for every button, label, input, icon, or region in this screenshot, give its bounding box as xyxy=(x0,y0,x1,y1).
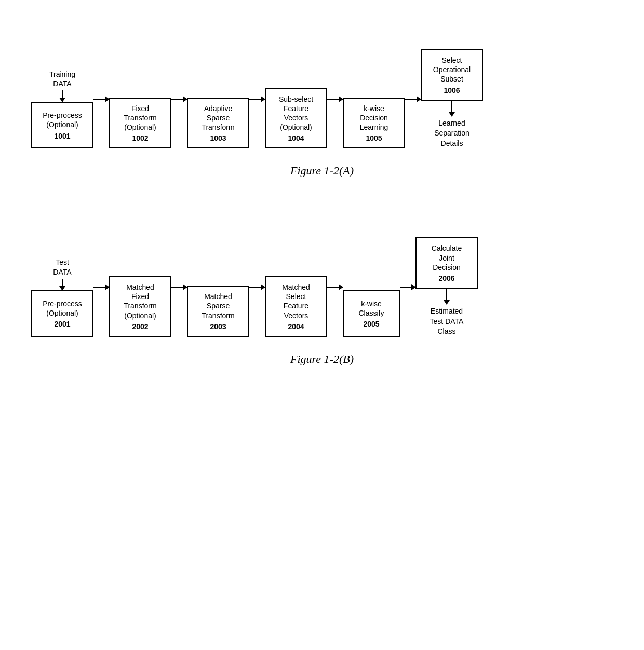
arrow-line-b1 xyxy=(93,287,109,288)
arrow-b4 xyxy=(327,287,343,288)
box-2006: CalculateJointDecision 2006 xyxy=(415,237,478,289)
down-arrow-b-input xyxy=(62,279,63,290)
arrow-b5 xyxy=(400,287,415,288)
arrow-line-a3 xyxy=(249,99,265,100)
box-2004: MatchedSelectFeatureVectors 2004 xyxy=(265,276,327,337)
arrow-a2 xyxy=(171,99,187,100)
box-2005: k-wiseClassify 2005 xyxy=(343,290,400,337)
box-2003: MatchedSparseTransform 2003 xyxy=(187,286,249,337)
page: TrainingDATA Pre-process(Optional) 1001 … xyxy=(0,0,644,650)
input-label-b: TestDATA xyxy=(53,258,71,276)
output-label-b: EstimatedTest DATAClass xyxy=(430,306,464,337)
arrow-line-b3 xyxy=(249,287,265,288)
first-box-wrapper-a: TrainingDATA Pre-process(Optional) 1001 xyxy=(31,70,93,148)
arrow-line-b4 xyxy=(327,287,343,288)
down-arrow-b-output xyxy=(446,289,447,304)
arrow-a1 xyxy=(93,99,109,100)
input-label-a: TrainingDATA xyxy=(49,70,75,88)
arrow-a5 xyxy=(405,99,421,100)
arrow-line-a1 xyxy=(93,99,109,100)
arrow-line-a4 xyxy=(327,99,343,100)
figure-a: TrainingDATA Pre-process(Optional) 1001 … xyxy=(31,21,613,178)
down-arrow-a-input xyxy=(62,90,63,102)
arrow-line-a2 xyxy=(171,99,187,100)
box-1006: SelectOperationalSubset 1006 xyxy=(421,49,483,101)
box-1003: AdaptiveSparseTransform 1003 xyxy=(187,98,249,149)
box-1001: Pre-process(Optional) 1001 xyxy=(31,102,93,148)
arrow-b3 xyxy=(249,287,265,288)
box-1005: k-wiseDecisionLearning 1005 xyxy=(343,98,405,149)
figure-b: TestDATA Pre-process(Optional) 2001 Matc… xyxy=(31,209,613,365)
arrow-b2 xyxy=(171,287,187,288)
caption-b: Figure 1-2(B) xyxy=(31,353,613,366)
last-with-output-b: CalculateJointDecision 2006 EstimatedTes… xyxy=(415,237,478,336)
output-label-a: LearnedSeparationDetails xyxy=(434,118,469,149)
last-with-output-a: SelectOperationalSubset 1006 LearnedSepa… xyxy=(421,49,483,148)
first-box-wrapper-b: TestDATA Pre-process(Optional) 2001 xyxy=(31,258,93,336)
caption-a: Figure 1-2(A) xyxy=(31,164,613,178)
arrow-b1 xyxy=(93,287,109,288)
box-1004: Sub-selectFeatureVectors(Optional) 1004 xyxy=(265,88,327,149)
arrow-a3 xyxy=(249,99,265,100)
arrow-line-b2 xyxy=(171,287,187,288)
down-arrow-a-output xyxy=(451,101,452,116)
arrow-line-b5 xyxy=(400,287,415,288)
box-2001: Pre-process(Optional) 2001 xyxy=(31,290,93,337)
arrow-line-a5 xyxy=(405,99,421,100)
box-1002: FixedTransform(Optional) 1002 xyxy=(109,98,171,149)
box-2002: MatchedFixedTransform(Optional) 2002 xyxy=(109,276,171,337)
arrow-a4 xyxy=(327,99,343,100)
